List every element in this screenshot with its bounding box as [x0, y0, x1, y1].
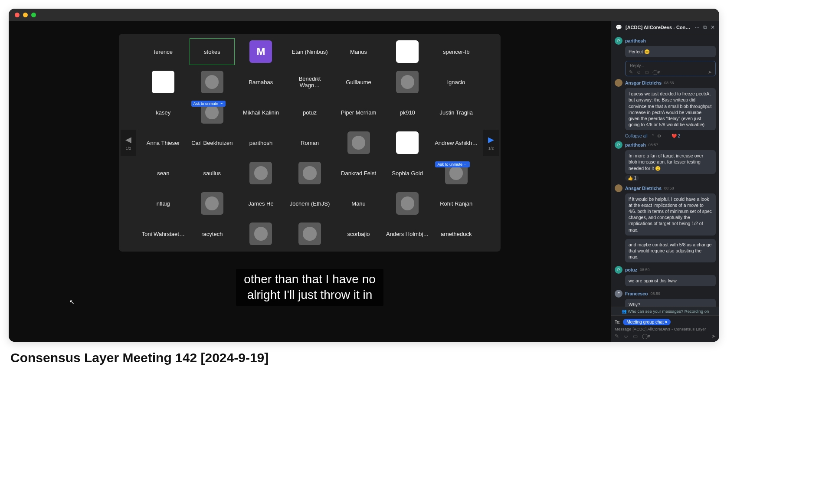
participant-tile[interactable]: [385, 129, 430, 156]
more-icon[interactable]: ⋯: [464, 162, 468, 167]
avatar: M: [249, 40, 272, 63]
ask-unmute-badge[interactable]: Ask to unmute⋯: [191, 101, 226, 107]
participant-tile[interactable]: James He: [238, 190, 284, 217]
more-icon[interactable]: ⋯: [694, 24, 700, 30]
participant-tile[interactable]: Barnabas: [238, 69, 284, 95]
participant-name: scorbajio: [347, 231, 370, 237]
emoji-icon[interactable]: ☺: [623, 333, 629, 339]
participant-tile[interactable]: Ask to unmute⋯: [190, 99, 235, 126]
avatar: [396, 71, 419, 93]
participant-name: arnetheduck: [441, 231, 472, 237]
send-icon[interactable]: ➤: [711, 333, 716, 339]
popout-icon[interactable]: ⧉: [703, 24, 707, 30]
participant-tile[interactable]: Mikhail Kalinin: [238, 99, 284, 126]
participant-tile[interactable]: Benedikt Wagn…: [287, 69, 333, 95]
emoji-icon[interactable]: ☺: [636, 69, 641, 75]
participant-name: Barnabas: [249, 79, 273, 85]
participant-tile[interactable]: Justin Traglia: [433, 99, 479, 126]
people-icon: 👥: [622, 309, 628, 314]
participant-tile[interactable]: Carl Beekhuizen: [190, 129, 235, 156]
participant-name: saulius: [203, 170, 221, 177]
send-icon[interactable]: ➤: [708, 69, 712, 75]
participant-tile[interactable]: Ask to unmute⋯: [433, 160, 479, 187]
participant-tile[interactable]: [190, 190, 235, 217]
participant-tile[interactable]: Anna Thieser: [141, 129, 186, 156]
participant-name: kasey: [156, 109, 170, 116]
record-icon[interactable]: ◯▾: [652, 69, 660, 75]
prev-page-button[interactable]: ◀ 1/2: [121, 130, 136, 156]
participant-tile[interactable]: [238, 220, 284, 247]
participant-tile[interactable]: spencer-tb: [433, 38, 479, 65]
participant-tile[interactable]: Sophia Gold: [385, 160, 430, 187]
message-text: I guess we just decided to freeze pectrA…: [625, 88, 716, 130]
participant-tile[interactable]: scorbajio: [336, 220, 381, 247]
participant-tile[interactable]: sean: [141, 160, 186, 187]
participant-tile[interactable]: parithosh: [238, 129, 284, 156]
next-page-button[interactable]: ▶ 1/2: [483, 130, 499, 156]
participant-tile[interactable]: Roman: [287, 129, 333, 156]
app-window: ◀ 1/2 ▶ 1/2 terencestokesMEtan (Nimbus)M…: [9, 9, 719, 342]
participant-tile[interactable]: Andrew Ashikh…: [433, 129, 479, 156]
ask-unmute-badge[interactable]: Ask to unmute⋯: [435, 161, 470, 167]
format-icon[interactable]: ✎: [629, 69, 633, 75]
participant-tile[interactable]: [385, 38, 430, 65]
page-indicator-left: 1/2: [126, 146, 131, 151]
participant-name: Carl Beekhuizen: [191, 140, 233, 146]
reply-box[interactable]: ✎☺▭◯▾➤: [625, 61, 716, 76]
participant-tile[interactable]: Marius: [336, 38, 381, 65]
attach-icon[interactable]: ▭: [645, 69, 649, 75]
record-icon[interactable]: ◯▾: [642, 333, 650, 339]
close-icon[interactable]: ✕: [711, 24, 715, 30]
participant-tile[interactable]: ignacio: [433, 69, 479, 95]
participant-tile[interactable]: [287, 220, 333, 247]
reaction-badge[interactable]: 👍 1: [625, 175, 639, 181]
participant-tile[interactable]: M: [238, 38, 284, 65]
chevron-up-icon[interactable]: ⌃: [651, 134, 655, 138]
timestamp: 08:59: [640, 268, 650, 272]
chat-message: Pparithosh08:57Im more a fan of target i…: [615, 141, 716, 181]
participant-tile[interactable]: racytech: [190, 220, 235, 247]
format-icon[interactable]: ✎: [615, 333, 619, 339]
participant-tile[interactable]: Toni Wahrstaet…: [141, 220, 186, 247]
participant-tile[interactable]: [336, 129, 381, 156]
participant-tile[interactable]: potuz: [287, 99, 333, 126]
participant-tile[interactable]: [287, 160, 333, 187]
recipient-pill[interactable]: Meeting group chat ▾: [623, 319, 670, 325]
participant-tile[interactable]: [385, 190, 430, 217]
participant-tile[interactable]: Piper Merriam: [336, 99, 381, 126]
more-icon[interactable]: ⋯: [664, 134, 668, 138]
participant-name: Justin Traglia: [439, 109, 473, 116]
participant-tile[interactable]: arnetheduck: [433, 220, 479, 247]
participant-tile[interactable]: saulius: [190, 160, 235, 187]
compose-placeholder[interactable]: Message [ACDC] AllCoreDevs - Consensus L…: [615, 327, 716, 331]
participant-tile[interactable]: Guillaume: [336, 69, 381, 95]
participant-tile[interactable]: Jochem (EthJS): [287, 190, 333, 217]
timestamp: 08:58: [664, 186, 674, 190]
participant-tile[interactable]: pk910: [385, 99, 430, 126]
participant-tile[interactable]: Anders Holmbj…: [385, 220, 430, 247]
window-zoom-icon[interactable]: [31, 13, 36, 17]
participant-tile[interactable]: stokes: [190, 38, 235, 65]
participant-tile[interactable]: [385, 69, 430, 95]
participant-tile[interactable]: [141, 69, 186, 95]
participant-tile[interactable]: nflaig: [141, 190, 186, 217]
collapse-thread-row[interactable]: Collapse all⌃⚙⋯❤️ 2: [625, 134, 716, 138]
settings-icon[interactable]: ⚙: [657, 134, 661, 138]
heart-reaction[interactable]: ❤️ 2: [671, 134, 680, 138]
avatar: F: [615, 290, 622, 298]
participant-tile[interactable]: Etan (Nimbus): [287, 38, 333, 65]
who-can-see-row[interactable]: 👥 Who can see your messages? Recording o…: [611, 307, 719, 316]
participant-tile[interactable]: kasey: [141, 99, 186, 126]
more-icon[interactable]: ⋯: [219, 101, 223, 106]
participant-tile[interactable]: Manu: [336, 190, 381, 217]
participant-tile[interactable]: Dankrad Feist: [336, 160, 381, 187]
window-close-icon[interactable]: [15, 13, 20, 17]
attach-icon[interactable]: ▭: [633, 333, 638, 339]
avatar: [201, 71, 223, 93]
window-minimize-icon[interactable]: [23, 13, 28, 17]
participant-tile[interactable]: [238, 160, 284, 187]
participant-tile[interactable]: Rohit Ranjan: [433, 190, 479, 217]
participant-tile[interactable]: [190, 69, 235, 95]
participant-tile[interactable]: terence: [141, 38, 186, 65]
reply-input[interactable]: [629, 63, 712, 69]
